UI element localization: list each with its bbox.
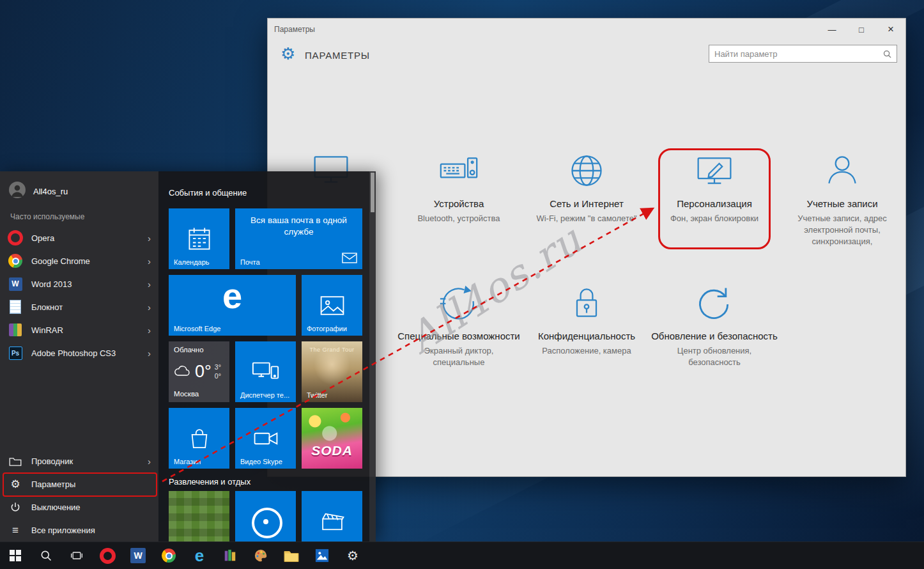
windows-logo-icon (10, 550, 21, 561)
taskbar-file-explorer-button[interactable] (276, 542, 307, 569)
category-subtitle: Расположение, камера (523, 345, 651, 357)
app-item-word[interactable]: W Word 2013 › (0, 272, 158, 295)
minimize-button[interactable]: — (817, 19, 847, 40)
scrollbar-thumb[interactable] (371, 173, 374, 212)
avatar (9, 182, 26, 201)
taskbar: W e (0, 542, 924, 569)
gear-icon: ⚙ (347, 549, 358, 562)
taskbar-paint-button[interactable] (245, 542, 276, 569)
settings-item[interactable]: ⚙ Параметры (0, 472, 158, 495)
tile-twitter[interactable]: The Grand Tour Twitter (302, 341, 362, 402)
start-menu-footer: Проводник › ⚙ Параметры Выключение (0, 449, 158, 542)
tile-mail[interactable]: Вся ваша почта в одной службе Почта (235, 208, 362, 269)
category-subtitle: Фон, экран блокировки (651, 213, 778, 224)
search-icon (40, 549, 52, 562)
notepad-icon (8, 299, 23, 315)
all-apps-icon: ≡ (8, 522, 23, 538)
word-icon: W (130, 548, 146, 563)
category-network[interactable]: Сеть и Интернет Wi-Fi, режим "в самолете… (523, 150, 651, 224)
tile-edge[interactable]: e Microsoft Edge (169, 275, 296, 336)
personalization-icon (651, 150, 778, 192)
category-privacy[interactable]: Конфиденциальность Расположение, камера (523, 282, 651, 357)
tile-skype-video[interactable]: Видео Skype (235, 408, 296, 469)
category-devices[interactable]: Устройства Bluetooth, устройства (395, 150, 523, 224)
gear-icon: ⚙ (8, 476, 23, 492)
ease-of-access-icon (395, 282, 523, 324)
category-title: Устройства (395, 198, 523, 209)
category-title: Персонализация (651, 198, 778, 209)
cloud-icon (174, 365, 192, 379)
temp-high: 3° (215, 363, 221, 371)
taskbar-word-button[interactable]: W (123, 542, 153, 569)
all-apps-item[interactable]: ≡ Все приложения (0, 518, 158, 542)
taskbar-task-view-button[interactable] (61, 542, 92, 569)
tile-movies-tv[interactable] (302, 491, 362, 542)
tile-weather[interactable]: Облачно 0° 3° 0° Москва (169, 341, 229, 402)
category-title: Специальные возможности (395, 331, 523, 341)
maximize-button[interactable]: □ (847, 19, 876, 40)
explorer-item[interactable]: Проводник › (0, 449, 158, 472)
chevron-right-icon[interactable]: › (148, 256, 151, 267)
category-title: Обновление и безопасность (651, 331, 778, 341)
tile-group-header: События и общение (169, 188, 247, 198)
opera-icon (8, 230, 23, 246)
app-item-notepad[interactable]: Блокнот › (0, 295, 158, 318)
chrome-icon (8, 253, 23, 269)
envelope-icon (342, 253, 357, 266)
soda-logo-text: SODA (302, 443, 362, 458)
opera-icon (100, 548, 116, 564)
taskbar-opera-button[interactable] (92, 542, 123, 569)
user-profile[interactable]: All4os_ru (9, 182, 68, 201)
settings-search-box (709, 45, 897, 63)
temp-low: 0° (215, 372, 221, 380)
edge-icon: e (195, 547, 204, 564)
weather-city: Москва (174, 390, 224, 398)
taskbar-edge-button[interactable]: e (184, 542, 215, 569)
paint-palette-icon (254, 549, 268, 563)
accounts-person-icon (778, 150, 906, 192)
app-item-opera[interactable]: Opera › (0, 226, 158, 249)
chevron-right-icon[interactable]: › (148, 233, 151, 244)
start-menu-scrollbar[interactable] (369, 171, 376, 542)
category-subtitle: Центр обновления, безопасность (651, 345, 778, 368)
taskbar-search-button[interactable] (31, 542, 61, 569)
close-button[interactable]: × (876, 19, 905, 40)
chevron-right-icon[interactable]: › (148, 279, 151, 290)
edge-logo: e (169, 276, 296, 316)
tile-music[interactable] (235, 491, 296, 542)
category-personalization[interactable]: Персонализация Фон, экран блокировки (651, 150, 778, 224)
window-controls: — □ × (817, 19, 905, 40)
search-input[interactable] (709, 49, 882, 59)
chevron-right-icon[interactable]: › (148, 456, 151, 467)
power-item[interactable]: Выключение (0, 495, 158, 518)
category-title: Конфиденциальность (523, 331, 651, 341)
taskbar-settings-button[interactable]: ⚙ (337, 542, 368, 569)
update-refresh-icon (651, 282, 778, 324)
app-item-chrome[interactable]: Google Chrome › (0, 249, 158, 272)
chevron-right-icon[interactable]: › (148, 325, 151, 336)
app-item-photoshop[interactable]: Ps Adobe Photoshop CS3 › (0, 341, 158, 364)
category-ease-of-access[interactable]: Специальные возможности Экранный диктор,… (395, 282, 523, 368)
chevron-right-icon[interactable]: › (148, 302, 151, 313)
taskbar-chrome-button[interactable] (153, 542, 184, 569)
window-titlebar[interactable]: Параметры — □ × (268, 19, 905, 40)
taskbar-photos-button[interactable] (307, 542, 337, 569)
tile-minecraft[interactable] (169, 491, 229, 542)
tile-calendar[interactable]: Календарь (169, 208, 229, 269)
tile-photos[interactable]: Фотографии (302, 275, 362, 336)
settings-header: ⚙ ПАРАМЕТРЫ (268, 44, 905, 72)
category-accounts[interactable]: Учетные записи Учетные записи, адрес эле… (778, 150, 906, 248)
start-menu-tiles-panel: События и общение Календарь Вся ваша поч… (158, 171, 369, 542)
taskbar-winrar-button[interactable] (215, 542, 245, 569)
tile-device-manager[interactable]: Диспетчер те... (235, 341, 296, 402)
folder-icon (284, 549, 299, 562)
app-item-winrar[interactable]: WinRAR › (0, 318, 158, 341)
taskbar-start-button[interactable] (0, 542, 31, 569)
frequent-apps-label: Часто используемые (10, 212, 84, 221)
chevron-right-icon[interactable]: › (148, 348, 151, 359)
category-subtitle: Учетные записи, адрес электронной почты,… (778, 213, 906, 248)
tile-store[interactable]: Магазин (169, 408, 229, 469)
power-icon (8, 499, 23, 515)
tile-candy-crush-soda[interactable]: SODA (302, 408, 362, 469)
category-update-security[interactable]: Обновление и безопасность Центр обновлен… (651, 282, 778, 368)
